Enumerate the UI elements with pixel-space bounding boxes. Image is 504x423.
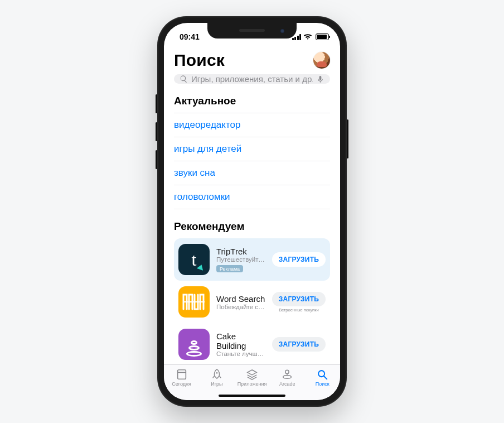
mic-icon[interactable] [316, 75, 324, 83]
iap-label: Встроенные покупки [279, 307, 319, 313]
tab-search[interactable]: Поиск [306, 368, 339, 387]
tab-today[interactable]: Сегодня [165, 368, 198, 387]
svg-point-2 [216, 372, 217, 374]
app-subtitle: Побеждайте с помощью... [216, 304, 265, 310]
arcade-icon [280, 368, 294, 381]
profile-avatar[interactable] [313, 52, 330, 69]
app-name: TripTrek [216, 247, 265, 256]
app-icon-wordsearch [178, 286, 210, 318]
suggested-title: Рекомендуем [174, 220, 330, 233]
download-button[interactable]: ЗАГРУЗИТЬ [272, 292, 326, 306]
app-subtitle: Станьте лучшим пекарем! [216, 350, 265, 357]
screen: 09:41 Поиск Актуальное видеоредактор игр… [164, 23, 340, 400]
phone-frame: 09:41 Поиск Актуальное видеоредактор игр… [157, 16, 347, 407]
trending-item[interactable]: головоломки [174, 185, 330, 209]
app-icon-triptrek: t [178, 244, 210, 275]
trending-item[interactable]: звуки сна [174, 161, 330, 185]
tab-arcade[interactable]: Arcade [270, 368, 304, 387]
home-indicator[interactable] [219, 395, 285, 397]
app-icon-cakebuilding [178, 329, 210, 360]
search-icon [180, 75, 188, 83]
ad-badge: Реклама [216, 265, 243, 272]
tab-apps[interactable]: Приложения [235, 368, 269, 387]
svg-line-6 [324, 376, 327, 379]
download-button[interactable]: ЗАГРУЗИТЬ [272, 337, 326, 352]
notch [207, 23, 297, 39]
trending-list: видеоредактор игры для детей звуки сна г… [174, 108, 330, 209]
trending-item[interactable]: видеоредактор [174, 113, 330, 137]
svg-point-5 [318, 371, 324, 377]
search-field[interactable] [174, 74, 330, 84]
svg-rect-0 [177, 370, 186, 379]
rocket-icon [210, 368, 224, 381]
tab-games[interactable]: Игры [200, 368, 234, 387]
wifi-icon [303, 33, 312, 40]
app-row-wordsearch[interactable]: Word Search Побеждайте с помощью... ЗАГР… [174, 281, 330, 323]
layers-icon [245, 368, 259, 381]
page-title: Поиск [174, 51, 225, 70]
tab-bar: Сегодня Игры Приложения Arcade Поиск [164, 364, 340, 400]
app-subtitle: Путешествуйте, отслежи... [216, 256, 265, 263]
app-row-cakebuilding[interactable]: Cake Building Станьте лучшим пекарем! ЗА… [174, 323, 330, 364]
status-time: 09:41 [180, 32, 200, 41]
app-row-triptrek[interactable]: t TripTrek Путешествуйте, отслежи... Рек… [174, 238, 330, 281]
svg-point-3 [285, 370, 289, 373]
trending-item[interactable]: игры для детей [174, 137, 330, 161]
trending-title: Актуальное [174, 95, 330, 107]
search-tab-icon [316, 368, 329, 381]
app-name: Cake Building [216, 331, 265, 350]
search-input[interactable] [191, 74, 313, 84]
app-name: Word Search [216, 294, 265, 304]
today-icon [175, 368, 188, 381]
battery-icon [316, 33, 329, 40]
download-button[interactable]: ЗАГРУЗИТЬ [272, 252, 326, 267]
